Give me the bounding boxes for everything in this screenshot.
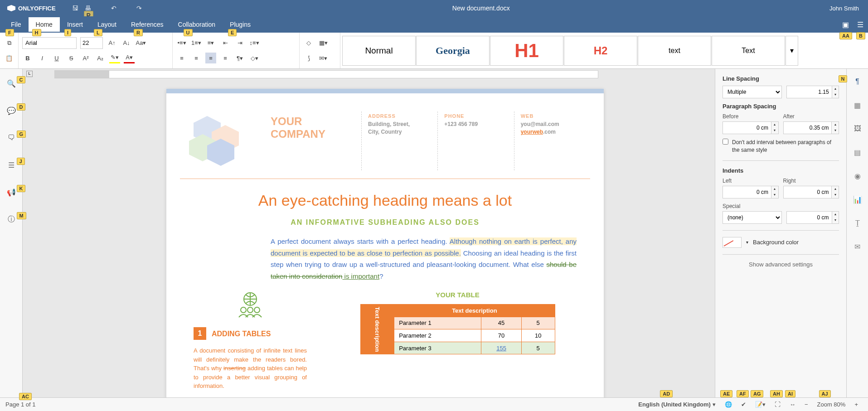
spinner-up-icon[interactable]: ▴ <box>832 86 839 92</box>
font-size-select[interactable] <box>80 37 103 49</box>
textart-settings-icon[interactable]: Ṯ <box>851 217 864 229</box>
spinner-down-icon[interactable]: ▾ <box>832 92 839 98</box>
bold-button[interactable]: B <box>22 53 33 63</box>
superscript-button[interactable]: A² <box>80 53 91 63</box>
undo-icon[interactable]: ↶ <box>111 5 116 12</box>
tab-layout[interactable]: LayoutL <box>90 17 124 32</box>
tab-file[interactable]: FileF <box>4 17 29 32</box>
italic-button[interactable]: I <box>37 53 48 63</box>
print-icon[interactable]: 🖶P <box>85 5 91 12</box>
style-normal[interactable]: Normal <box>342 36 416 66</box>
bullets-button[interactable]: •≡▾ <box>176 38 187 48</box>
indent-left-input[interactable] <box>723 186 771 198</box>
comments-icon[interactable]: 💬D <box>5 104 18 117</box>
no-interval-checkbox[interactable] <box>723 139 728 145</box>
open-location-icon[interactable]: ▣AA <box>842 20 849 29</box>
bg-color-label: Background color <box>753 239 799 246</box>
keytip-ag: AG <box>751 390 764 397</box>
spellcheck-icon[interactable]: ✔AF <box>737 401 751 408</box>
document-page[interactable]: YOURCOMPANY ADDRESSBuilding, Street,City… <box>166 89 604 397</box>
chat-icon[interactable]: 🗨G <box>5 131 18 144</box>
decrease-font-icon[interactable]: A↓ <box>121 38 132 48</box>
horizontal-ruler[interactable]: L <box>23 69 715 80</box>
copy-icon[interactable]: ⧉ <box>4 38 15 48</box>
special-indent-select[interactable]: (none) <box>723 211 782 224</box>
fit-page-icon[interactable]: ⛶AH <box>770 401 785 408</box>
clear-style-button[interactable]: ◇ <box>303 38 314 48</box>
align-center-button[interactable]: ≡ <box>191 53 202 63</box>
zoom-in-button[interactable]: + <box>850 401 863 408</box>
spacing-before-input[interactable] <box>723 121 771 134</box>
strikethrough-button[interactable]: S <box>66 53 77 63</box>
align-left-button[interactable]: ≡ <box>176 53 187 63</box>
header-footer-icon[interactable]: ▤ <box>851 146 864 159</box>
navigation-icon[interactable]: ☰J <box>5 159 18 171</box>
line-spacing-button[interactable]: ↕≡▾ <box>249 38 260 48</box>
font-family-select[interactable] <box>22 37 77 49</box>
doc-language-icon[interactable]: 🌐AE <box>720 401 737 408</box>
align-right-button[interactable]: ≡ <box>205 53 216 63</box>
style-georgia[interactable]: Georgia <box>416 36 490 66</box>
style-h2[interactable]: H2 <box>564 36 637 66</box>
subscript-button[interactable]: A₂ <box>95 53 106 63</box>
tab-plugins[interactable]: PluginsE <box>223 17 258 32</box>
multilevel-button[interactable]: ≡▾ <box>205 38 216 48</box>
zoom-level[interactable]: AJZoom 80% <box>813 401 850 408</box>
spacing-after-input[interactable] <box>783 121 832 134</box>
shape-settings-icon[interactable]: ◉ <box>851 169 864 182</box>
app-logo[interactable]: ONLYOFFICE <box>0 5 63 12</box>
theme-colors-button[interactable]: ▦▾ <box>318 38 329 48</box>
bg-color-swatch[interactable] <box>723 237 742 248</box>
tab-stop-icon[interactable]: L <box>26 71 33 77</box>
about-icon[interactable]: ⓘM <box>5 213 18 226</box>
search-icon[interactable]: 🔍C <box>5 77 18 90</box>
redo-icon[interactable]: ↷ <box>136 5 142 12</box>
advanced-settings-link[interactable]: Show advanced settings <box>723 261 839 268</box>
nonprinting-button[interactable]: ¶▾ <box>234 53 245 63</box>
editor-scroll[interactable]: YOURCOMPANY ADDRESSBuilding, Street,City… <box>23 80 715 397</box>
highlight-color-button[interactable]: ✎▾ <box>109 53 120 63</box>
style-text2[interactable]: Text <box>712 36 785 66</box>
line-spacing-type-select[interactable]: Multiple <box>723 86 782 98</box>
chevron-down-icon[interactable]: ▾ <box>746 240 748 245</box>
paste-icon[interactable]: 📋 <box>4 53 15 63</box>
track-changes-icon[interactable]: 📝▾AG <box>751 401 770 408</box>
document-title: New document.docx <box>142 5 820 12</box>
numbering-button[interactable]: 1≡▾ <box>191 38 202 48</box>
increase-font-icon[interactable]: A↑ <box>107 38 117 48</box>
fit-width-icon[interactable]: ↔AI <box>785 401 800 408</box>
mail-merge-icon[interactable]: ✉ <box>851 240 864 253</box>
change-case-icon[interactable]: Aa▾ <box>136 38 146 48</box>
chart-settings-icon[interactable]: 📊 <box>851 193 864 206</box>
save-icon[interactable]: 🖫 <box>72 5 78 12</box>
shading-button[interactable]: ◇▾ <box>249 53 260 63</box>
feedback-icon[interactable]: 📢K <box>5 186 18 198</box>
increase-indent-button[interactable]: ⇥ <box>234 38 245 48</box>
align-justify-button[interactable]: ≡ <box>220 53 231 63</box>
line-spacing-value-input[interactable] <box>786 86 832 98</box>
style-text[interactable]: text <box>638 36 711 66</box>
tab-insert[interactable]: InsertI <box>60 17 90 32</box>
tab-home[interactable]: HomeH <box>29 17 60 32</box>
copy-style-button[interactable]: ⟆ <box>303 53 314 63</box>
style-expand-button[interactable]: ▾ <box>786 36 798 66</box>
tab-references[interactable]: ReferencesR <box>124 17 171 32</box>
language-select[interactable]: ADEnglish (United Kingdom) ▾ <box>634 401 720 408</box>
indent-right-input[interactable] <box>783 186 832 198</box>
underline-button[interactable]: U <box>51 53 62 63</box>
user-name[interactable]: John Smith <box>820 5 868 12</box>
page-status[interactable]: Page 1 of 1 <box>5 401 36 408</box>
zoom-out-button[interactable]: − <box>800 401 813 408</box>
decrease-indent-button[interactable]: ⇤ <box>220 38 231 48</box>
paragraph-settings-icon[interactable]: ¶N <box>851 75 864 88</box>
special-indent-input[interactable] <box>786 211 832 224</box>
view-settings-icon[interactable]: ☰B <box>857 20 863 29</box>
image-settings-icon[interactable]: 🖼 <box>851 122 864 135</box>
style-h1[interactable]: H1 <box>490 36 563 66</box>
tab-collaboration[interactable]: CollaborationU <box>171 17 223 32</box>
mailings-button[interactable]: ✉▾ <box>318 53 329 63</box>
style-gallery: Normal Georgia H1 H2 text Text ▾ <box>340 33 868 68</box>
vertical-ruler[interactable] <box>44 80 55 397</box>
table-settings-icon[interactable]: ▦ <box>851 99 864 111</box>
font-color-button[interactable]: A▾ <box>124 53 135 63</box>
